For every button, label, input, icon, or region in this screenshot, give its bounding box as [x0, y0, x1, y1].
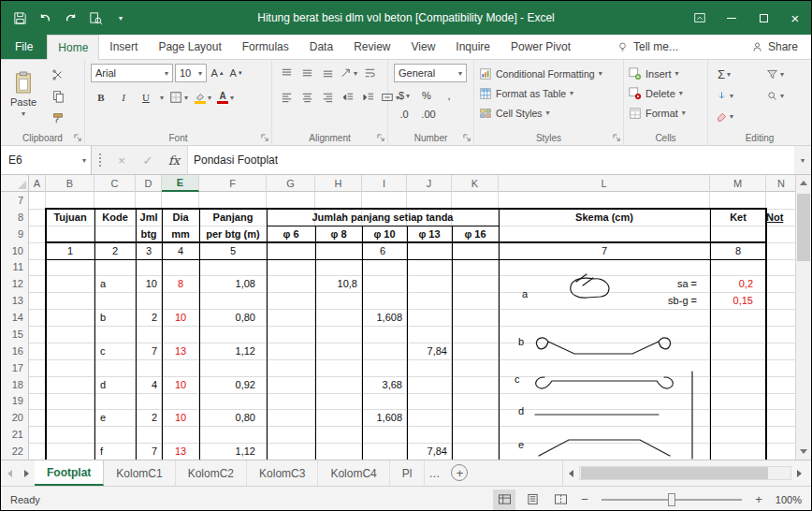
insert-cells-button[interactable]: Insert▾	[624, 64, 707, 83]
column-header-A[interactable]: A	[29, 175, 46, 192]
tab-power-pivot[interactable]: Power Pivot	[500, 35, 581, 59]
decrease-decimal-button[interactable]: .00	[420, 105, 437, 124]
tell-me-box[interactable]: Tell me...	[609, 35, 686, 59]
increase-decimal-button[interactable]: .0	[396, 105, 413, 124]
cell-C12[interactable]: a	[94, 275, 136, 292]
page-break-view-button[interactable]	[549, 489, 572, 510]
cell-I14[interactable]: 1,608	[362, 309, 407, 326]
cell-J9[interactable]: φ 13	[407, 226, 452, 242]
zoom-slider[interactable]	[602, 499, 742, 501]
maximize-button[interactable]	[747, 1, 779, 35]
cell-G9[interactable]: φ 6	[267, 226, 315, 242]
cell-C18[interactable]: d	[94, 376, 136, 393]
cell-C22[interactable]: f	[94, 443, 136, 460]
tab-view[interactable]: View	[401, 35, 446, 59]
row-header-14[interactable]: 14	[1, 309, 29, 327]
column-header-K[interactable]: K	[452, 175, 499, 192]
row-header-19[interactable]: 19	[1, 393, 29, 411]
row-header-20[interactable]: 20	[1, 409, 29, 427]
cell-F10[interactable]: 5	[199, 242, 267, 259]
percent-style-button[interactable]: %	[418, 86, 435, 105]
zoom-in-button[interactable]: +	[751, 492, 766, 506]
zoom-level[interactable]: 100%	[772, 494, 802, 505]
new-sheet-button[interactable]: +	[451, 464, 468, 481]
cell-D8[interactable]: Jml	[136, 209, 162, 226]
cell-F22[interactable]: 1,12	[199, 443, 267, 460]
number-dialog-launcher[interactable]	[463, 134, 471, 142]
scroll-up-button[interactable]	[796, 175, 811, 191]
cell-I18[interactable]: 3,68	[362, 376, 407, 393]
cut-button[interactable]	[50, 66, 66, 84]
autosum-button[interactable]: Σ▾	[716, 65, 732, 83]
copy-button[interactable]	[50, 87, 66, 106]
row-header-9[interactable]: 9	[1, 226, 29, 243]
fill-color-button[interactable]: ▾	[194, 88, 211, 107]
orientation-button[interactable]: ▾	[340, 64, 357, 82]
share-button[interactable]: Share	[738, 35, 811, 59]
row-header-11[interactable]: 11	[1, 259, 29, 277]
cell-E22[interactable]: 13	[162, 443, 199, 460]
cell-D16[interactable]: 7	[136, 343, 162, 359]
cell-F18[interactable]: 0,92	[199, 376, 267, 393]
cell-D22[interactable]: 7	[136, 443, 162, 460]
sheet-tab-pl[interactable]: Pl	[390, 460, 426, 486]
number-format-select[interactable]: General▾	[394, 64, 467, 82]
sheet-tab-footplat[interactable]: Footplat	[35, 460, 104, 486]
minimize-button[interactable]	[716, 1, 747, 35]
zoom-slider-thumb[interactable]	[668, 493, 675, 506]
cell-G10[interactable]: 6	[267, 242, 499, 259]
cell-F8[interactable]: Panjang	[199, 209, 267, 226]
cell-E16[interactable]: 13	[162, 343, 199, 359]
align-bottom-button[interactable]	[319, 64, 336, 82]
cell-E8[interactable]: Dia	[162, 209, 199, 226]
name-box[interactable]: E6▾	[1, 146, 92, 174]
sheet-nav-right-button[interactable]	[18, 460, 35, 486]
bold-button[interactable]: B	[93, 88, 109, 107]
cell-E18[interactable]: 10	[162, 376, 199, 393]
decrease-indent-button[interactable]	[340, 88, 356, 107]
column-header-F[interactable]: F	[199, 175, 267, 192]
cell-G8[interactable]: Jumlah panjang setiap tanda	[267, 209, 499, 226]
align-top-button[interactable]	[278, 64, 295, 82]
cell-D10[interactable]: 3	[136, 242, 162, 259]
cell-M13[interactable]: 0,15	[710, 292, 766, 309]
cell-F12[interactable]: 1,08	[199, 275, 267, 292]
cell-I9[interactable]: φ 10	[362, 226, 407, 242]
sheet-tab-kolomc2[interactable]: KolomC2	[176, 460, 247, 486]
cell-styles-button[interactable]: Cell Styles▾	[474, 103, 623, 123]
cancel-entry-button[interactable]: ×	[109, 146, 135, 174]
paste-button[interactable]: Paste ▾	[5, 64, 42, 124]
styles-dialog-launcher[interactable]	[613, 134, 621, 142]
cell-I20[interactable]: 1,608	[362, 409, 407, 426]
spreadsheet-grid[interactable]: abcde ABCDEFGHIJKLMN78910111213141516171…	[1, 175, 797, 460]
tab-formulas[interactable]: Formulas	[232, 35, 299, 59]
hidden-sheets-ellipsis[interactable]: …	[425, 460, 443, 486]
cell-C14[interactable]: b	[94, 309, 136, 326]
column-header-B[interactable]: B	[46, 175, 94, 192]
qat-customize-button[interactable]: ▾	[109, 6, 133, 30]
redo-button[interactable]	[58, 6, 82, 30]
column-header-G[interactable]: G	[267, 175, 315, 192]
zoom-out-button[interactable]: −	[577, 492, 592, 506]
row-header-16[interactable]: 16	[1, 343, 29, 360]
row-header-10[interactable]: 10	[1, 242, 29, 260]
cell-E12[interactable]: 8	[162, 275, 199, 292]
horizontal-scroll-track[interactable]	[579, 466, 791, 480]
column-header-I[interactable]: I	[362, 175, 407, 192]
sheet-tab-kolomc1[interactable]: KolomC1	[104, 460, 175, 486]
font-color-button[interactable]: A▾	[217, 88, 234, 107]
clear-button[interactable]: ▾	[716, 107, 733, 125]
cell-L10[interactable]: 7	[499, 242, 710, 259]
cell-E14[interactable]: 10	[162, 309, 199, 326]
format-as-table-button[interactable]: Format as Table▾	[474, 83, 623, 103]
cell-F20[interactable]: 0,80	[199, 409, 267, 426]
column-header-D[interactable]: D	[136, 175, 162, 192]
font-dialog-launcher[interactable]	[261, 134, 269, 142]
format-painter-button[interactable]	[50, 109, 66, 127]
cell-C16[interactable]: c	[94, 343, 136, 359]
column-header-L[interactable]: L	[499, 175, 710, 192]
column-header-C[interactable]: C	[94, 175, 136, 192]
cell-J22[interactable]: 7,84	[407, 443, 452, 460]
cell-N8[interactable]: Not	[766, 209, 797, 226]
cell-H9[interactable]: φ 8	[315, 226, 362, 242]
